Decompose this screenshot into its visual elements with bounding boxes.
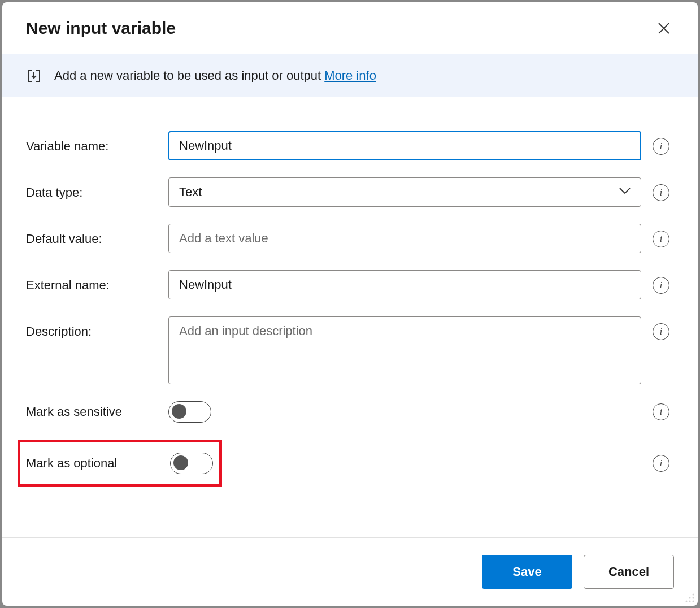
svg-point-6 (689, 601, 691, 602)
description-input[interactable] (168, 316, 641, 384)
toggle-knob (172, 404, 186, 419)
default-value-row: Default value: i (26, 224, 674, 253)
dialog-title: New input variable (26, 19, 176, 38)
variable-name-info-icon[interactable]: i (653, 138, 669, 155)
variable-name-row: Variable name: i (26, 131, 674, 160)
close-button[interactable] (654, 18, 674, 38)
data-type-info-icon[interactable]: i (653, 184, 669, 201)
data-type-label: Data type: (26, 177, 162, 200)
variable-name-input[interactable] (168, 131, 641, 160)
variable-name-label: Variable name: (26, 131, 162, 154)
svg-point-3 (689, 597, 691, 599)
dialog-footer: Save Cancel (2, 537, 698, 606)
mark-optional-row: Mark as optional i (26, 440, 674, 487)
mark-optional-label: Mark as optional (26, 456, 170, 471)
svg-point-4 (693, 597, 694, 599)
svg-point-7 (693, 601, 694, 602)
cancel-button[interactable]: Cancel (584, 555, 674, 589)
info-banner: Add a new variable to be used as input o… (2, 54, 698, 97)
description-label: Description: (26, 316, 162, 339)
svg-point-2 (693, 594, 694, 596)
external-name-input[interactable] (168, 270, 641, 299)
description-info-icon[interactable]: i (653, 323, 669, 340)
description-row: Description: i (26, 316, 674, 384)
mark-sensitive-row: Mark as sensitive i (26, 401, 674, 423)
mark-sensitive-toggle[interactable] (168, 401, 211, 423)
external-name-info-icon[interactable]: i (653, 277, 669, 294)
default-value-label: Default value: (26, 224, 162, 246)
data-type-select[interactable]: Text (168, 177, 641, 207)
dialog-header: New input variable (2, 2, 698, 54)
input-variable-icon (26, 68, 42, 84)
svg-point-5 (686, 601, 688, 602)
resize-grip-icon[interactable] (684, 592, 695, 603)
mark-optional-highlight: Mark as optional (18, 440, 222, 487)
default-value-info-icon[interactable]: i (653, 231, 669, 247)
default-value-input[interactable] (168, 224, 641, 253)
external-name-row: External name: i (26, 270, 674, 299)
mark-sensitive-label: Mark as sensitive (26, 405, 162, 419)
data-type-row: Data type: Text i (26, 177, 674, 207)
close-icon (658, 22, 670, 34)
external-name-label: External name: (26, 270, 162, 293)
banner-text: Add a new variable to be used as input o… (54, 68, 376, 83)
form-area: Variable name: i Data type: Text i (2, 97, 698, 537)
more-info-link[interactable]: More info (324, 68, 376, 82)
mark-sensitive-info-icon[interactable]: i (653, 403, 669, 420)
mark-optional-toggle[interactable] (170, 453, 213, 474)
toggle-knob (173, 455, 188, 470)
new-input-variable-dialog: New input variable Add a new variable to… (2, 2, 698, 606)
save-button[interactable]: Save (482, 555, 572, 589)
mark-optional-info-icon[interactable]: i (653, 455, 669, 472)
